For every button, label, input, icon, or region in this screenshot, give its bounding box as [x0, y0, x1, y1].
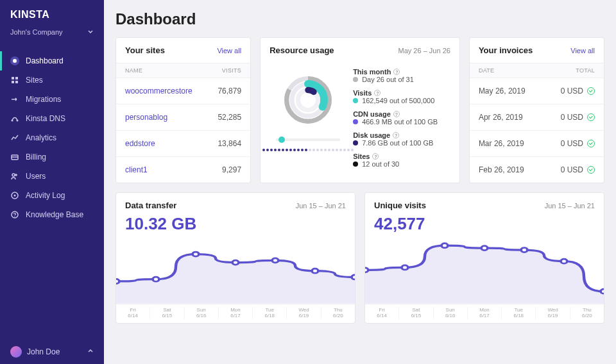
resource-stat: Visits ?162,549 out of 500,000 — [353, 89, 450, 104]
sidebar-item-label: Analytics — [26, 133, 56, 142]
sites-head-name: NAME — [125, 67, 142, 74]
sidebar-item-activity-log[interactable]: Activity Log — [0, 186, 104, 205]
svg-point-26 — [365, 268, 368, 272]
svg-point-29 — [481, 246, 488, 251]
unique-visits-title: Unique visits — [374, 201, 426, 210]
bottom-row: Data transfer Jun 15 – Jun 21 10.32 GB F… — [116, 192, 604, 324]
svg-point-8 — [12, 174, 15, 176]
svg-point-27 — [402, 265, 408, 270]
svg-rect-2 — [12, 81, 14, 83]
axis-tick: Mon6/17 — [218, 307, 252, 319]
your-sites-card: Your sites View all NAME VISITS woocomme… — [116, 37, 251, 183]
site-visits: 52,285 — [218, 113, 241, 122]
axis-tick: Fri6/14 — [116, 307, 150, 319]
svg-point-22 — [232, 260, 239, 265]
info-icon[interactable]: ? — [372, 153, 379, 160]
stat-value: Day 26 out of 31 — [353, 76, 450, 83]
stat-label: CDN usage ? — [353, 110, 450, 118]
svg-rect-3 — [15, 81, 18, 83]
site-name-link[interactable]: client1 — [125, 165, 148, 174]
sidebar-item-label: Billing — [26, 153, 46, 161]
invoices-card-title: Your invoices — [479, 46, 533, 55]
site-row: woocommercestore76,879 — [116, 78, 250, 104]
check-icon — [587, 140, 595, 147]
home-icon — [10, 56, 19, 65]
invoice-row[interactable]: Feb 26, 20190 USD — [470, 157, 604, 183]
resource-date-range: May 26 – Jun 26 — [398, 47, 450, 54]
axis-tick: Thu6/20 — [570, 307, 604, 319]
axis-tick: Fri6/14 — [365, 307, 398, 319]
axis-tick: Sun6/16 — [184, 307, 218, 319]
check-icon — [587, 113, 595, 121]
info-icon[interactable]: ? — [393, 69, 400, 75]
sidebar-item-label: Dashboard — [26, 56, 64, 65]
user-menu[interactable]: John Doe — [0, 340, 104, 364]
unique-visits-chart — [365, 234, 604, 304]
sites-icon — [10, 76, 19, 85]
svg-point-28 — [441, 244, 448, 248]
migrate-icon — [10, 95, 19, 104]
sidebar-item-billing[interactable]: Billing — [0, 147, 104, 167]
data-transfer-chart — [116, 234, 355, 304]
site-name-link[interactable]: personablog — [125, 113, 167, 122]
site-name-link[interactable]: woocommercestore — [125, 87, 193, 95]
invoice-row[interactable]: Mar 26, 20190 USD — [470, 131, 604, 157]
svg-point-12 — [14, 216, 15, 217]
invoice-date: May 26, 2019 — [479, 87, 526, 95]
unique-visits-card: Unique visits Jun 15 – Jun 21 42,577 Fri… — [364, 192, 604, 324]
invoice-row[interactable]: May 26, 20190 USD — [470, 78, 604, 104]
sites-view-all-link[interactable]: View all — [217, 47, 241, 54]
resource-donut-chart — [276, 68, 340, 132]
sidebar-item-kinsta-dns[interactable]: Kinsta DNS — [0, 109, 104, 128]
sidebar-item-knowledge-base[interactable]: Knowledge Base — [0, 205, 104, 224]
users-icon — [10, 172, 19, 181]
company-selector[interactable]: John's Company — [0, 27, 104, 45]
sidebar: KINSTA John's Company DashboardSitesMigr… — [0, 0, 104, 364]
axis-tick: Mon6/17 — [467, 307, 501, 319]
analytics-icon — [10, 133, 19, 142]
invoice-row[interactable]: Apr 26, 20190 USD — [470, 104, 604, 131]
invoices-view-all-link[interactable]: View all — [570, 47, 595, 54]
avatar — [10, 346, 22, 358]
invoice-date: Feb 26, 2019 — [479, 165, 524, 174]
resource-stat: CDN usage ?466.9 MB out of 100 GB — [353, 110, 450, 126]
user-name: John Doe — [27, 347, 60, 356]
stat-value: 12 out of 30 — [353, 160, 450, 168]
axis-tick: Tue6/18 — [252, 307, 286, 319]
invoices-head-date: DATE — [479, 67, 495, 74]
sidebar-item-migrations[interactable]: Migrations — [0, 90, 104, 109]
site-name-link[interactable]: eddstore — [125, 139, 155, 148]
log-icon — [10, 191, 19, 200]
resource-slider[interactable] — [276, 138, 340, 141]
site-visits: 76,879 — [218, 87, 241, 95]
billing-icon — [10, 153, 19, 161]
nav: DashboardSitesMigrationsKinsta DNSAnalyt… — [0, 45, 104, 224]
site-row: client19,297 — [116, 157, 250, 183]
invoice-amount: 0 USD — [561, 113, 583, 122]
sidebar-item-users[interactable]: Users — [0, 167, 104, 186]
stat-label: This month ? — [353, 68, 450, 76]
sidebar-item-analytics[interactable]: Analytics — [0, 128, 104, 147]
data-transfer-card: Data transfer Jun 15 – Jun 21 10.32 GB F… — [116, 192, 355, 324]
info-icon[interactable]: ? — [393, 111, 400, 117]
resource-stat: Sites ?12 out of 30 — [353, 153, 450, 168]
sidebar-item-label: Users — [26, 172, 46, 181]
svg-point-4 — [12, 120, 13, 122]
site-visits: 9,297 — [222, 165, 241, 174]
svg-point-20 — [153, 277, 159, 281]
sidebar-item-sites[interactable]: Sites — [0, 70, 104, 90]
info-icon[interactable]: ? — [374, 90, 381, 96]
invoice-amount: 0 USD — [561, 87, 583, 95]
invoice-date: Mar 26, 2019 — [479, 139, 524, 148]
svg-point-19 — [116, 279, 119, 283]
axis-tick: Sun6/16 — [433, 307, 467, 319]
site-row: personablog52,285 — [116, 104, 250, 131]
data-transfer-value: 10.32 GB — [116, 214, 355, 234]
sidebar-item-dashboard[interactable]: Dashboard — [0, 51, 104, 70]
info-icon[interactable]: ? — [393, 132, 399, 138]
svg-point-23 — [272, 258, 278, 263]
site-visits: 13,864 — [218, 139, 241, 148]
brand-logo: KINSTA — [0, 0, 104, 27]
sidebar-item-label: Knowledge Base — [26, 210, 83, 219]
svg-point-31 — [561, 259, 567, 263]
